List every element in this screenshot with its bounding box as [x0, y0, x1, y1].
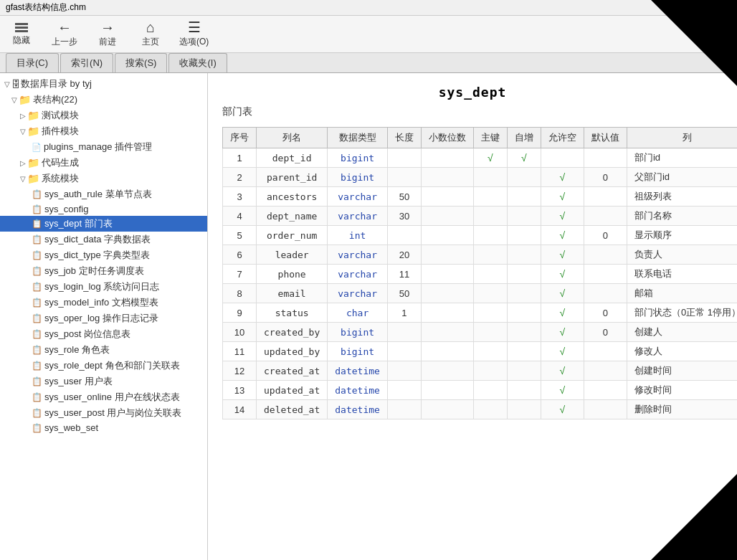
table-row: 7phonevarchar11√联系电话	[223, 265, 738, 284]
sidebar-sys-role[interactable]: 📋 sys_role 角色表	[0, 342, 207, 358]
home-icon: ⌂	[146, 20, 155, 34]
sys-dict-data-label: sys_dict_data 字典数据表	[44, 233, 151, 246]
tab-favorites[interactable]: 收藏夹(I)	[168, 53, 227, 72]
toggle-plugin: ▽	[20, 128, 26, 136]
col-len-header: 长度	[387, 128, 421, 148]
sidebar: ▽ 🗄 数据库目录 by tyj ▽ 📁 表结构(22) ▷ 📁 测试模块 ▽ …	[0, 73, 208, 560]
folder-test-icon: 📁	[27, 110, 39, 121]
sys-auth-rule-label: sys_auth_rule 菜单节点表	[44, 188, 152, 201]
table-config-icon: 📋	[32, 204, 42, 214]
sidebar-root[interactable]: ▽ 🗄 数据库目录 by tyj	[0, 76, 207, 92]
table-row: 13updated_atdatetime√修改时间	[223, 381, 738, 400]
table-dict-type-icon: 📋	[32, 250, 42, 260]
back-label: 上一步	[52, 36, 77, 48]
sys-oper-log-label: sys_oper_log 操作日志记录	[44, 312, 158, 325]
home-label: 主页	[142, 36, 159, 48]
options-button[interactable]: ☰ 选项(O)	[179, 20, 209, 48]
back-button[interactable]: ← 上一步	[50, 20, 79, 48]
table-row: 4dept_namevarchar30√部门名称	[223, 207, 738, 226]
sidebar-sys-module[interactable]: ▽ 📁 系统模块	[0, 171, 207, 186]
sys-module-label: 系统模块	[42, 172, 79, 185]
sidebar-sys-job[interactable]: 📋 sys_job 定时任务调度表	[0, 263, 207, 279]
sys-dict-type-label: sys_dict_type 字典类型表	[44, 249, 150, 262]
sidebar-sys-auth-rule[interactable]: 📋 sys_auth_rule 菜单节点表	[0, 186, 207, 202]
table-title: sys_dept	[222, 85, 723, 100]
sys-user-online-label: sys_user_online 用户在线状态表	[44, 391, 180, 404]
table-dict-data-icon: 📋	[32, 234, 42, 245]
sidebar-plugin-module[interactable]: ▽ 📁 插件模块	[0, 123, 207, 139]
tab-search[interactable]: 搜索(S)	[115, 53, 167, 72]
col-name-header: 列名	[257, 128, 328, 148]
sidebar-sys-web-set[interactable]: 📋 sys_web_set	[0, 421, 207, 435]
toggle-codegen: ▷	[20, 159, 26, 167]
plugin-module-label: 插件模块	[42, 125, 79, 138]
sidebar-sys-dict-data[interactable]: 📋 sys_dict_data 字典数据表	[0, 232, 207, 247]
table-header-row: 序号 列名 数据类型 长度 小数位数 主键 自增 允许空 默认值 列	[223, 128, 738, 148]
table-row: 5order_numint√0显示顺序	[223, 226, 738, 245]
sys-dept-label: sys_dept 部门表	[44, 217, 113, 230]
hide-label: 隐藏	[13, 34, 30, 47]
sidebar-structure[interactable]: ▽ 📁 表结构(22)	[0, 92, 207, 108]
sidebar-sys-config[interactable]: 📋 sys_config	[0, 202, 207, 216]
tab-index[interactable]: 索引(N)	[60, 53, 113, 72]
table-row: 1dept_idbigint√√部门id	[223, 148, 738, 168]
sys-web-set-label: sys_web_set	[44, 422, 98, 433]
db-icon: 🗄	[11, 79, 21, 90]
col-nullable-header: 允许空	[541, 128, 584, 148]
options-label: 选项(O)	[179, 36, 209, 48]
tab-catalog[interactable]: 目录(C)	[6, 53, 59, 72]
sidebar-test-module[interactable]: ▷ 📁 测试模块	[0, 108, 207, 123]
sidebar-sys-login-log[interactable]: 📋 sys_login_log 系统访问日志	[0, 279, 207, 295]
back-icon: ←	[57, 20, 72, 34]
sidebar-sys-user-post[interactable]: 📋 sys_user_post 用户与岗位关联表	[0, 405, 207, 421]
sidebar-sys-role-dept[interactable]: 📋 sys_role_dept 角色和部门关联表	[0, 358, 207, 374]
main-layout: ▽ 🗄 数据库目录 by tyj ▽ 📁 表结构(22) ▷ 📁 测试模块 ▽ …	[0, 73, 737, 560]
table-row: 3ancestorsvarchar50√祖级列表	[223, 187, 738, 207]
test-module-label: 测试模块	[42, 109, 79, 122]
table-desc: 部门表	[222, 105, 723, 118]
col-default-header: 默认值	[584, 128, 627, 148]
sys-user-post-label: sys_user_post 用户与岗位关联表	[44, 407, 181, 419]
table-dept-icon: 📋	[32, 219, 42, 229]
table-row: 8emailvarchar50√邮箱	[223, 284, 738, 303]
nav-tabs: 目录(C) 索引(N) 搜索(S) 收藏夹(I)	[0, 53, 737, 73]
hide-icon	[15, 22, 28, 33]
root-label: 数据库目录 by tyj	[21, 77, 92, 90]
toolbar: 隐藏 ← 上一步 → 前进 ⌂ 主页 ☰ 选项(O)	[0, 16, 737, 53]
table-model-info-icon: 📋	[32, 298, 42, 308]
plugins-manage-label: plugins_manage 插件管理	[44, 141, 152, 153]
col-auto-header: 自增	[507, 128, 541, 148]
table-row: 10created_bybigint√0创建人	[223, 323, 738, 342]
sidebar-codegen[interactable]: ▷ 📁 代码生成	[0, 155, 207, 171]
sidebar-sys-user-online[interactable]: 📋 sys_user_online 用户在线状态表	[0, 389, 207, 405]
sidebar-sys-user[interactable]: 📋 sys_user 用户表	[0, 374, 207, 389]
table-auth-icon: 📋	[32, 189, 42, 199]
sidebar-plugins-manage[interactable]: 📄 plugins_manage 插件管理	[0, 139, 207, 155]
table-login-log-icon: 📋	[32, 282, 42, 292]
sys-model-info-label: sys_model_info 文档模型表	[44, 296, 158, 309]
col-decimal-header: 小数位数	[421, 128, 473, 148]
sidebar-sys-oper-log[interactable]: 📋 sys_oper_log 操作日志记录	[0, 310, 207, 326]
sys-job-label: sys_job 定时任务调度表	[44, 265, 144, 277]
folder-sys-icon: 📁	[27, 173, 39, 184]
hide-button[interactable]: 隐藏	[7, 22, 36, 47]
folder-icon: 📁	[19, 94, 31, 105]
forward-button[interactable]: → 前进	[93, 20, 122, 48]
sys-role-label: sys_role 角色表	[44, 343, 110, 356]
sidebar-sys-dept[interactable]: 📋 sys_dept 部门表	[0, 216, 207, 232]
sys-post-label: sys_post 岗位信息表	[44, 328, 130, 341]
table-row: 9statuschar1√0部门状态（0正常 1停用）	[223, 303, 738, 323]
home-button[interactable]: ⌂ 主页	[136, 20, 165, 48]
title-text: gfast表结构信息.chm	[6, 1, 86, 14]
table-row: 12created_atdatetime√创建时间	[223, 361, 738, 381]
forward-label: 前进	[99, 36, 116, 48]
table-row: 6leadervarchar20√负责人	[223, 245, 738, 265]
folder-plugin-icon: 📁	[27, 125, 39, 137]
sidebar-sys-model-info[interactable]: 📋 sys_model_info 文档模型表	[0, 295, 207, 310]
sidebar-sys-dict-type[interactable]: 📋 sys_dict_type 字典类型表	[0, 247, 207, 263]
sidebar-sys-post[interactable]: 📋 sys_post 岗位信息表	[0, 326, 207, 342]
table-job-icon: 📋	[32, 266, 42, 276]
table-oper-log-icon: 📋	[32, 313, 42, 323]
table-web-set-icon: 📋	[32, 423, 42, 433]
table-row: 11updated_bybigint√修改人	[223, 342, 738, 361]
